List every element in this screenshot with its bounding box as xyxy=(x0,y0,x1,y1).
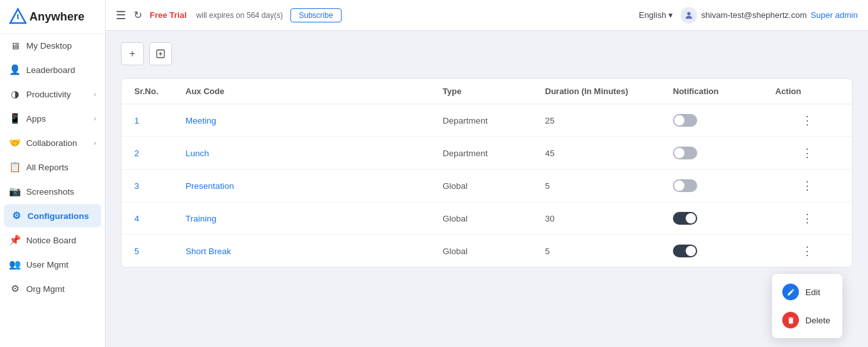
my-desktop-icon: 🖥 xyxy=(9,40,20,51)
header: ☰ ↻ Free Trial will expires on 564 day(s… xyxy=(106,0,868,31)
row-toggle-2 xyxy=(673,179,775,192)
sidebar-label-apps: Apps xyxy=(26,114,46,124)
table-rows: 1 Meeting Department 25 ⋮ 2 Lunch Depart… xyxy=(122,104,852,267)
row-type-2: Global xyxy=(443,181,545,191)
sidebar-label-collaboration: Collaboration xyxy=(26,138,77,148)
main-wrapper: ☰ ↻ Free Trial will expires on 564 day(s… xyxy=(106,0,868,347)
language-selector[interactable]: English ▾ xyxy=(639,10,674,20)
table-container: Sr.No. Aux Code Type Duration (In Minute… xyxy=(121,78,853,268)
delete-icon xyxy=(782,312,799,328)
row-num-2: 3 xyxy=(134,181,185,191)
table-row: 2 Lunch Department 45 ⋮ xyxy=(122,137,852,170)
notification-toggle-3[interactable] xyxy=(673,212,697,225)
free-trial-sub: will expires on 564 day(s) xyxy=(196,11,283,20)
productivity-icon: ◑ xyxy=(9,88,20,100)
language-label: English xyxy=(639,10,667,20)
sidebar-label-productivity: Productivity xyxy=(26,90,71,99)
row-num-0: 1 xyxy=(134,116,185,125)
row-duration-3: 30 xyxy=(545,214,673,223)
notice-board-icon: 📌 xyxy=(9,234,20,246)
row-toggle-0 xyxy=(673,114,775,127)
collaboration-icon: 🤝 xyxy=(9,137,20,149)
table-row: 1 Meeting Department 25 ⋮ xyxy=(122,104,852,137)
row-duration-1: 45 xyxy=(545,149,673,158)
chevron-icon: › xyxy=(94,91,96,98)
sidebar-item-productivity[interactable]: ◑ Productivity › xyxy=(0,82,105,106)
row-toggle-4 xyxy=(673,245,775,257)
sidebar-item-notice-board[interactable]: 📌 Notice Board xyxy=(0,228,105,252)
sidebar-item-user-mgmt[interactable]: 👥 User Mgmt xyxy=(0,252,105,277)
sidebar-label-org-mgmt: Org Mgmt xyxy=(26,284,65,294)
row-type-1: Department xyxy=(443,149,545,158)
delete-label: Delete xyxy=(805,316,830,325)
sidebar-item-all-reports[interactable]: 📋 All Reports xyxy=(0,155,105,179)
sidebar-item-leaderboard[interactable]: 👤 Leaderboard xyxy=(0,58,105,82)
edit-label: Edit xyxy=(805,287,820,297)
sidebar-item-org-mgmt[interactable]: ⚙ Org Mgmt xyxy=(0,277,105,301)
action-dots-3[interactable]: ⋮ xyxy=(775,211,839,225)
content: + Sr.No. Aux Code Type Duration (In Minu… xyxy=(106,31,868,347)
delete-option[interactable]: Delete xyxy=(772,306,842,334)
row-duration-4: 5 xyxy=(545,246,673,256)
action-dropdown: Edit Delete xyxy=(772,274,842,338)
sidebar-item-apps[interactable]: 📱 Apps › xyxy=(0,106,105,131)
action-dots-4[interactable]: ⋮ xyxy=(775,244,839,258)
super-admin-badge: Super admin xyxy=(810,10,858,20)
import-button[interactable] xyxy=(149,42,172,65)
notification-toggle-1[interactable] xyxy=(673,147,697,159)
table-header: Sr.No. Aux Code Type Duration (In Minute… xyxy=(122,79,852,104)
row-duration-2: 5 xyxy=(545,181,673,191)
menu-icon[interactable]: ☰ xyxy=(116,8,126,22)
svg-point-2 xyxy=(688,12,691,15)
sidebar-label-all-reports: All Reports xyxy=(26,163,68,172)
sidebar-label-my-desktop: My Desktop xyxy=(26,41,72,51)
logo: Anywhere xyxy=(0,0,105,34)
chevron-down-icon: ▾ xyxy=(668,10,673,20)
chevron-icon: › xyxy=(94,140,96,147)
notification-toggle-4[interactable] xyxy=(673,245,697,257)
org-mgmt-icon: ⚙ xyxy=(9,283,20,295)
all-reports-icon: 📋 xyxy=(9,161,20,173)
row-num-3: 4 xyxy=(134,214,185,223)
notification-toggle-0[interactable] xyxy=(673,114,697,127)
row-name-0: Meeting xyxy=(185,116,443,125)
add-button[interactable]: + xyxy=(121,42,144,65)
row-name-4: Short Break xyxy=(185,246,443,256)
row-name-2: Presentation xyxy=(185,181,443,191)
refresh-icon[interactable]: ↻ xyxy=(134,9,142,21)
col-action: Action xyxy=(775,86,839,96)
action-dots-2[interactable]: ⋮ xyxy=(775,179,839,193)
sidebar-label-screenshots: Screenshots xyxy=(26,187,74,197)
sidebar-item-screenshots[interactable]: 📷 Screenshots xyxy=(0,179,105,204)
free-trial-label: Free Trial xyxy=(150,10,187,20)
row-toggle-1 xyxy=(673,147,775,159)
subscribe-button[interactable]: Subscribe xyxy=(290,8,341,22)
edit-option[interactable]: Edit xyxy=(772,278,842,306)
notification-toggle-2[interactable] xyxy=(673,179,697,192)
action-dots-0[interactable]: ⋮ xyxy=(775,113,839,127)
logo-text: Anywhere xyxy=(29,10,84,24)
user-mgmt-icon: 👥 xyxy=(9,259,20,270)
user-info: shivam-test@shephertz.com Super admin xyxy=(681,7,858,24)
edit-icon xyxy=(782,284,799,300)
table-row: 4 Training Global 30 ⋮ xyxy=(122,202,852,235)
sidebar-item-configurations[interactable]: ⚙ Configurations xyxy=(4,204,101,227)
table-row: 5 Short Break Global 5 ⋮ xyxy=(122,235,852,267)
row-toggle-3 xyxy=(673,212,775,225)
sidebar-item-collaboration[interactable]: 🤝 Collaboration › xyxy=(0,131,105,155)
table-row: 3 Presentation Global 5 ⋮ xyxy=(122,170,852,202)
col-duration: Duration (In Minutes) xyxy=(545,86,673,96)
leaderboard-icon: 👤 xyxy=(9,64,20,76)
action-dots-1[interactable]: ⋮ xyxy=(775,146,839,160)
col-srno: Sr.No. xyxy=(134,86,185,96)
row-name-1: Lunch xyxy=(185,149,443,158)
screenshots-icon: 📷 xyxy=(9,186,20,197)
sidebar-item-my-desktop[interactable]: 🖥 My Desktop xyxy=(0,34,105,58)
row-duration-0: 25 xyxy=(545,116,673,125)
sidebar-label-notice-board: Notice Board xyxy=(26,236,76,245)
user-email: shivam-test@shephertz.com xyxy=(701,10,807,20)
row-name-3: Training xyxy=(185,214,443,223)
col-type: Type xyxy=(443,86,545,96)
configurations-icon: ⚙ xyxy=(10,210,22,222)
sidebar-label-leaderboard: Leaderboard xyxy=(26,65,75,75)
